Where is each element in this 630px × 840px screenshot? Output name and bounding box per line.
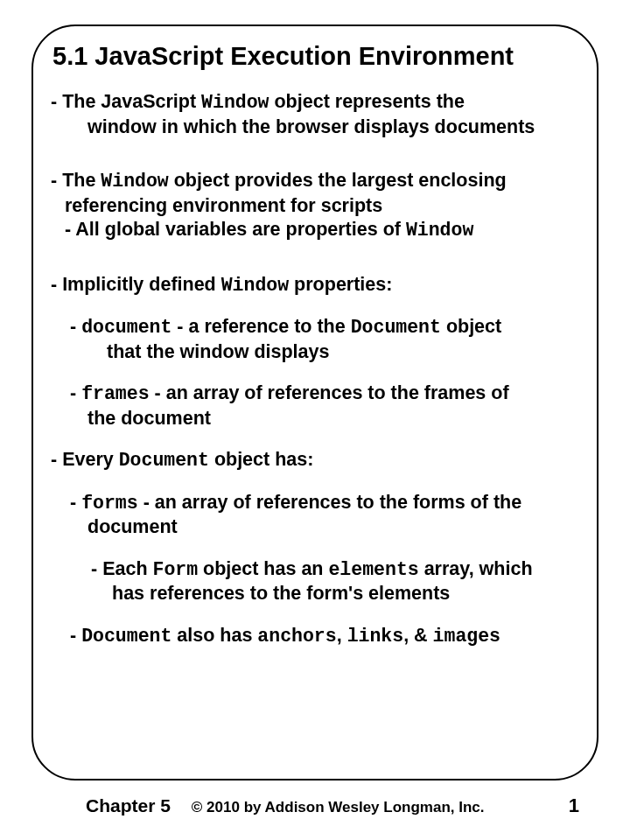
footer-page-number: 1 — [569, 794, 579, 817]
body-line: the document — [88, 407, 579, 431]
body-line: - Implicitly defined Window properties: — [51, 273, 579, 298]
body-line: - Each Form object has an elements array… — [91, 557, 579, 583]
body-line: - frames - an array of references to the… — [70, 382, 579, 407]
body-line: - All global variables are properties of… — [65, 218, 579, 243]
footer-copyright: © 2010 by Addison Wesley Longman, Inc. — [192, 799, 569, 816]
body-line: - forms - an array of references to the … — [70, 491, 579, 516]
body-line: - Every Document object has: — [51, 448, 579, 473]
slide-title: 5.1 JavaScript Execution Environment — [52, 42, 579, 71]
footer-chapter: Chapter 5 — [86, 795, 171, 816]
body-line: referencing environment for scripts — [65, 194, 579, 219]
body-line: has references to the form's elements — [112, 582, 579, 606]
body-line: - The JavaScript Window object represent… — [51, 90, 579, 116]
slide-frame: 5.1 JavaScript Execution Environment - T… — [32, 24, 598, 780]
footer: Chapter 5 © 2010 by Addison Wesley Longm… — [0, 794, 630, 817]
slide-content: - The JavaScript Window object represent… — [51, 90, 579, 648]
body-line: - document - a reference to the Document… — [70, 315, 579, 340]
body-line: window in which the browser displays doc… — [88, 116, 579, 140]
body-line: that the window displays — [107, 340, 579, 365]
body-line: - The Window object provides the largest… — [51, 169, 579, 194]
body-line: document — [88, 515, 579, 540]
body-line: - Document also has anchors, links, & im… — [70, 624, 579, 649]
